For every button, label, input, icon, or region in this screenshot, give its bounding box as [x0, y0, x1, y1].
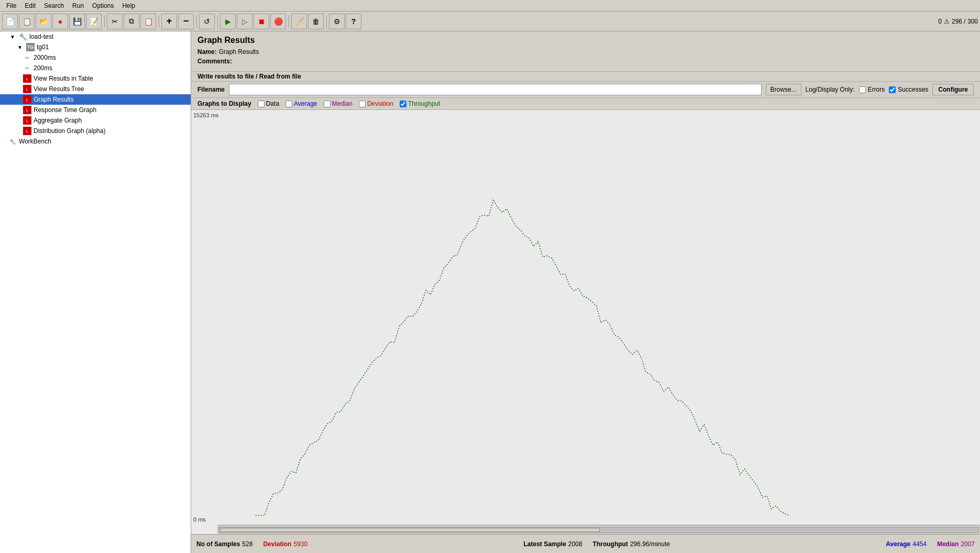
sidebar-item-graph-results[interactable]: L Graph Results: [0, 94, 191, 105]
median-group: Median 2007: [937, 540, 975, 548]
sampler-icon-2000ms: ✏: [23, 53, 31, 62]
sidebar-label-distribution-graph: Distribution Graph (alpha): [34, 127, 105, 135]
close-button[interactable]: ●: [52, 14, 68, 29]
save-button[interactable]: 💾: [69, 14, 85, 29]
sidebar-item-workbench[interactable]: 🔧 WorkBench: [0, 136, 191, 147]
successes-checkbox[interactable]: [889, 86, 896, 93]
menu-help[interactable]: Help: [118, 1, 139, 10]
sidebar-item-response-time-graph[interactable]: L Response Time Graph: [0, 105, 191, 115]
cut-button[interactable]: ✂: [107, 14, 123, 29]
y-axis-max: 15263 ms: [193, 112, 218, 118]
menu-search[interactable]: Search: [40, 1, 68, 10]
listener-icon-tree: L: [23, 85, 31, 93]
save-as-button[interactable]: 📝: [86, 14, 102, 29]
errors-checkbox[interactable]: [859, 86, 866, 93]
warning-icon: ⚠: [944, 18, 950, 25]
start-no-pause-button[interactable]: ▷: [237, 14, 252, 29]
no-samples-label: No of Samples: [196, 540, 240, 548]
successes-label: Successes: [898, 86, 928, 93]
throughput-checkbox[interactable]: [400, 101, 406, 107]
function-helper-button[interactable]: ⚙: [329, 14, 345, 29]
deviation-checkbox[interactable]: [359, 101, 366, 107]
sidebar-item-2000ms[interactable]: ✏ 2000ms: [0, 52, 191, 63]
write-results-header: Write results to file / Read from file: [191, 72, 980, 82]
content-area: Graph Results Name: Graph Results Commen…: [191, 31, 980, 553]
sidebar-item-200ms[interactable]: ✏ 200ms: [0, 63, 191, 73]
listener-icon-table: L: [23, 74, 31, 83]
sidebar-item-aggregate-graph[interactable]: L Aggregate Graph: [0, 115, 191, 126]
chart-area: 15263 ms 0 ms: [191, 110, 980, 534]
counter-display: 296 / 300: [952, 18, 978, 25]
menu-bar: File Edit Search Run Options Help: [0, 0, 980, 12]
log-display-label: Log/Display Only:: [806, 86, 855, 93]
remove-button[interactable]: −: [178, 14, 194, 29]
sidebar-label-response-time-graph: Response Time Graph: [34, 106, 96, 114]
paste-button[interactable]: 📋: [140, 14, 156, 29]
add-button[interactable]: +: [161, 14, 177, 29]
median-checkbox-group: Median: [324, 100, 353, 107]
sidebar-item-distribution-graph[interactable]: L Distribution Graph (alpha): [0, 126, 191, 136]
sidebar-label-tg01: tg01: [37, 43, 49, 51]
statusbar: No of Samples 528 Deviation 5930 Latest …: [191, 534, 980, 553]
menu-run[interactable]: Run: [68, 1, 88, 10]
configure-button[interactable]: Configure: [932, 84, 974, 95]
throughput-checkbox-group: Throughput: [400, 100, 440, 107]
comments-row: Comments:: [197, 58, 974, 65]
scrollbar-track: [218, 527, 979, 533]
data-checkbox-group: Data: [258, 100, 279, 107]
data-checkbox[interactable]: [258, 101, 265, 107]
help-button[interactable]: ?: [346, 14, 361, 29]
no-samples-value: 528: [242, 540, 252, 548]
median-label: Median: [332, 100, 353, 107]
sidebar-label-2000ms: 2000ms: [34, 54, 56, 61]
median-checkbox[interactable]: [324, 101, 331, 107]
filename-input[interactable]: [229, 84, 762, 95]
browse-button[interactable]: Browse...: [766, 84, 801, 95]
name-label: Name:: [197, 48, 217, 56]
new-button[interactable]: 📄: [2, 14, 18, 29]
comments-label: Comments:: [197, 58, 232, 65]
scrollbar-thumb[interactable]: [220, 528, 600, 532]
deviation-group: Deviation 5930: [263, 540, 307, 548]
clear-button[interactable]: 🧹: [291, 14, 307, 29]
throughput-value: 296.96/minute: [630, 540, 670, 548]
average-checkbox[interactable]: [285, 101, 292, 107]
warning-count: 0: [938, 18, 942, 25]
successes-checkbox-group: Successes: [889, 86, 928, 93]
errors-label: Errors: [868, 86, 885, 93]
deviation-value: 5930: [293, 540, 307, 548]
menu-options[interactable]: Options: [88, 1, 118, 10]
copy-button[interactable]: ⧉: [124, 14, 139, 29]
name-row: Name: Graph Results: [197, 48, 974, 56]
sidebar-label-load-test: load-test: [29, 33, 53, 40]
stop-button[interactable]: ⏹: [254, 14, 269, 29]
h-scrollbar[interactable]: [217, 525, 980, 534]
sidebar-item-load-test[interactable]: ▼ 🔧 load-test: [0, 31, 191, 42]
graphs-display-label: Graphs to Display: [197, 100, 251, 107]
sidebar-item-view-results-table[interactable]: L View Results in Table: [0, 73, 191, 84]
deviation-checkbox-group: Deviation: [359, 100, 393, 107]
listener-icon-agg: L: [23, 116, 31, 125]
panel-header: Graph Results Name: Graph Results Commen…: [191, 31, 980, 72]
menu-edit[interactable]: Edit: [20, 1, 40, 10]
start-button[interactable]: ▶: [220, 14, 236, 29]
open-button[interactable]: 📂: [36, 14, 51, 29]
templates-button[interactable]: 📋: [19, 14, 35, 29]
errors-checkbox-group: Errors: [859, 86, 885, 93]
reset-button[interactable]: ↺: [199, 14, 215, 29]
sidebar-item-view-results-tree[interactable]: L View Results Tree: [0, 84, 191, 94]
name-value: Graph Results: [219, 48, 259, 56]
menu-file[interactable]: File: [2, 1, 20, 10]
shutdown-button[interactable]: 🔴: [270, 14, 286, 29]
listener-icon-rt: L: [23, 106, 31, 114]
average-label: Average: [294, 100, 317, 107]
latest-sample-label: Latest Sample: [523, 540, 566, 548]
sidebar-label-view-results-tree: View Results Tree: [34, 85, 84, 93]
deviation-label: Deviation: [263, 540, 291, 548]
filename-label: Filename: [197, 86, 225, 93]
median-value: 2007: [961, 540, 975, 548]
sidebar-item-tg01[interactable]: ▼ TG tg01: [0, 42, 191, 52]
sidebar-label-aggregate-graph: Aggregate Graph: [34, 117, 82, 124]
throughput-group: Throughput 296.96/minute: [593, 540, 670, 548]
clear-all-button[interactable]: 🗑: [308, 14, 324, 29]
